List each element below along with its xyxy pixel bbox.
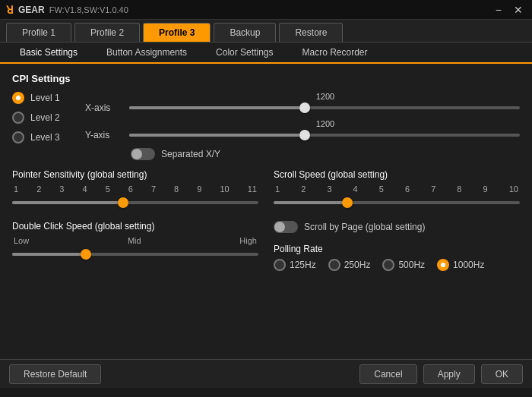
polling-125hz-label: 125Hz [290, 260, 316, 270]
tab-basic-settings[interactable]: Basic Settings [6, 43, 91, 64]
apply-button[interactable]: Apply [423, 364, 475, 384]
cpi-levels: Level 1 Level 2 Level 3 [12, 92, 73, 160]
scroll-by-page-label: Scroll by Page (global setting) [304, 222, 425, 232]
double-click-slider: Low Mid High [12, 236, 258, 262]
scroll-by-page-block: Scroll by Page (global setting) [274, 221, 520, 233]
yaxis-slider: Y-axis [85, 130, 520, 140]
scroll-speed-slider: 1 2 3 4 5 6 7 8 9 10 [274, 184, 520, 210]
titlebar-left: ꓤ GEAR FW:V1.8,SW:V1.0.40 [6, 4, 128, 16]
yaxis-value: 1200 [131, 119, 520, 128]
double-click-track-container[interactable] [12, 247, 258, 262]
pointer-sensitivity-label: Pointer Sensitivity (global setting) [12, 169, 258, 180]
scroll-thumb[interactable] [342, 197, 353, 208]
tab-macro-recorder[interactable]: Macro Recorder [288, 43, 381, 64]
tab-color-settings[interactable]: Color Settings [202, 43, 287, 64]
dcs-low: Low [14, 236, 29, 245]
scroll-track-container[interactable] [274, 195, 520, 210]
xaxis-slider: X-axis [85, 102, 520, 113]
profile-tab-backup[interactable]: Backup [214, 23, 276, 42]
scroll-track [274, 201, 520, 204]
xaxis-label: X-axis [85, 102, 123, 113]
dcs-high: High [239, 236, 257, 245]
cpi-level-2-label: Level 2 [30, 112, 60, 123]
polling-250hz[interactable]: 250Hz [328, 259, 371, 271]
profile-tab-2[interactable]: Profile 2 [74, 23, 140, 42]
double-click-label: Double Click Speed (global setting) [12, 221, 258, 232]
polling-250hz-radio[interactable] [328, 259, 340, 271]
titlebar: ꓤ GEAR FW:V1.8,SW:V1.0.40 − ✕ [0, 0, 532, 20]
brand-name: GEAR [18, 5, 45, 15]
tab-button-assignments[interactable]: Button Assignments [93, 43, 201, 64]
scroll-numbers-row: 1 2 3 4 5 6 7 8 9 10 [274, 184, 520, 194]
minimize-button[interactable]: − [492, 4, 505, 16]
cpi-sliders: 1200 X-axis 1200 Y-axis [85, 92, 520, 160]
xaxis-value: 1200 [131, 92, 520, 101]
yaxis-slider-row: 1200 Y-axis [85, 119, 520, 140]
fw-version: FW:V1.8,SW:V1.0.40 [49, 5, 128, 14]
scroll-speed-block: Scroll Speed (global setting) 1 2 3 4 5 … [274, 169, 520, 210]
profile-tab-restore[interactable]: Restore [279, 23, 343, 42]
profile-tab-3[interactable]: Profile 3 [143, 23, 211, 42]
profile-tab-1[interactable]: Profile 1 [6, 23, 71, 42]
separated-xy-label: Separated X/Y [161, 149, 220, 159]
cpi-level-2-radio[interactable] [12, 112, 24, 124]
polling-options: 125Hz 250Hz 500Hz 1000Hz [274, 259, 520, 271]
pointer-track [12, 201, 258, 204]
sub-tabs: Basic Settings Button Assignments Color … [0, 43, 532, 64]
cpi-section-title: CPI Settings [12, 73, 520, 84]
polling-rate-section: Polling Rate 125Hz 250Hz 500Hz [274, 244, 520, 271]
close-button[interactable]: ✕ [511, 4, 526, 16]
polling-125hz[interactable]: 125Hz [274, 259, 316, 271]
cpi-level-3-radio[interactable] [12, 131, 24, 143]
pointer-thumb[interactable] [118, 197, 128, 208]
polling-125hz-radio[interactable] [274, 259, 286, 271]
cpi-level-3[interactable]: Level 3 [12, 131, 73, 143]
titlebar-controls: − ✕ [492, 4, 526, 16]
right-buttons: Cancel Apply OK [359, 364, 523, 384]
cpi-level-1[interactable]: Level 1 [12, 92, 73, 104]
scroll-by-page-toggle[interactable] [274, 221, 298, 233]
bottom-bar: Restore Default Cancel Apply OK [0, 359, 532, 388]
toggle-thumb [131, 149, 142, 159]
double-click-track [12, 253, 258, 256]
main-content: CPI Settings Level 1 Level 2 Level 3 120… [0, 64, 532, 359]
polling-500hz-label: 500Hz [398, 260, 425, 270]
pointer-track-container[interactable] [12, 195, 258, 210]
cpi-level-1-label: Level 1 [30, 93, 60, 103]
cpi-level-2[interactable]: Level 2 [12, 112, 73, 124]
polling-500hz-radio[interactable] [382, 259, 394, 271]
polling-500hz[interactable]: 500Hz [382, 259, 425, 271]
separated-xy: Separated X/Y [131, 148, 520, 160]
dcs-mid: Mid [128, 236, 141, 245]
polling-250hz-label: 250Hz [344, 260, 371, 270]
yaxis-label: Y-axis [85, 130, 123, 140]
pointer-numbers-row: 1 2 3 4 5 6 7 8 9 10 11 [12, 184, 258, 194]
double-click-speed-block: Double Click Speed (global setting) Low … [12, 221, 258, 262]
double-click-labels: Low Mid High [12, 236, 258, 245]
left-settings: Pointer Sensitivity (global setting) 1 2… [12, 169, 258, 273]
pointer-sensitivity-slider: 1 2 3 4 5 6 7 8 9 10 11 [12, 184, 258, 210]
polling-1000hz-radio[interactable] [437, 259, 449, 271]
restore-default-button[interactable]: Restore Default [9, 364, 101, 384]
polling-rate-title: Polling Rate [274, 244, 520, 254]
scroll-speed-label: Scroll Speed (global setting) [274, 169, 520, 180]
pointer-sensitivity-block: Pointer Sensitivity (global setting) 1 2… [12, 169, 258, 210]
scroll-by-page-thumb [274, 222, 285, 232]
separated-xy-toggle[interactable] [131, 148, 155, 160]
polling-1000hz[interactable]: 1000Hz [437, 259, 484, 271]
cpi-level-1-radio[interactable] [12, 92, 24, 104]
right-settings: Scroll Speed (global setting) 1 2 3 4 5 … [274, 169, 520, 273]
yaxis-track[interactable] [129, 134, 520, 137]
cpi-level-3-label: Level 3 [30, 132, 60, 143]
lower-settings: Pointer Sensitivity (global setting) 1 2… [12, 169, 520, 273]
double-click-thumb[interactable] [81, 249, 91, 260]
profile-tabs: Profile 1 Profile 2 Profile 3 Backup Res… [0, 20, 532, 43]
ok-button[interactable]: OK [481, 364, 523, 384]
xaxis-track[interactable] [129, 106, 520, 109]
cpi-section: Level 1 Level 2 Level 3 1200 X-axis [12, 92, 520, 160]
polling-1000hz-label: 1000Hz [453, 260, 484, 270]
xaxis-slider-row: 1200 X-axis [85, 92, 520, 113]
logo-icon: ꓤ [6, 4, 14, 16]
cancel-button[interactable]: Cancel [359, 364, 416, 384]
